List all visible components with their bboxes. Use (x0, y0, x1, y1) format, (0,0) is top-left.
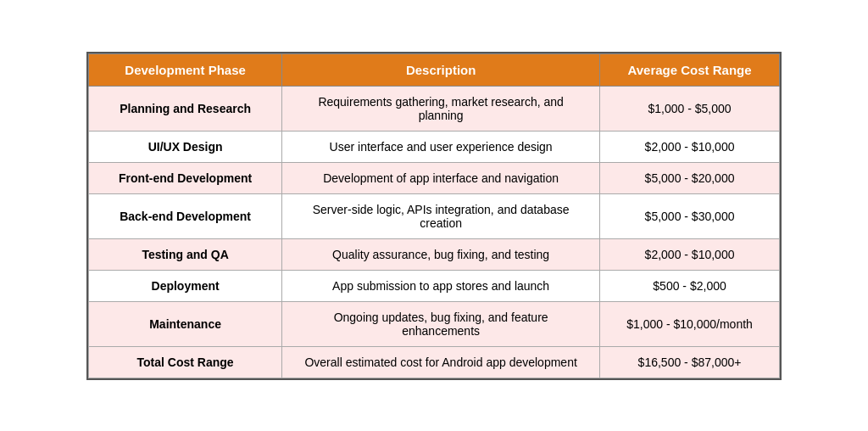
cell-phase: Back-end Development (89, 193, 282, 238)
table-row: Back-end DevelopmentServer-side logic, A… (89, 193, 780, 238)
cell-description: Quality assurance, bug fixing, and testi… (282, 238, 600, 270)
table-row: DeploymentApp submission to app stores a… (89, 270, 780, 301)
cell-phase: Deployment (89, 270, 282, 301)
cell-cost: $5,000 - $20,000 (600, 162, 780, 193)
cell-description: Ongoing updates, bug fixing, and feature… (282, 301, 600, 346)
header-phase: Development Phase (89, 53, 282, 86)
table-row: Total Cost RangeOverall estimated cost f… (89, 346, 780, 378)
cell-cost: $16,500 - $87,000+ (600, 346, 780, 378)
cell-description: Overall estimated cost for Android app d… (282, 346, 600, 378)
cell-cost: $500 - $2,000 (600, 270, 780, 301)
table-row: MaintenanceOngoing updates, bug fixing, … (89, 301, 780, 346)
cell-cost: $1,000 - $5,000 (600, 86, 780, 131)
cell-description: App submission to app stores and launch (282, 270, 600, 301)
table-row: UI/UX DesignUser interface and user expe… (89, 131, 780, 162)
cell-description: Server-side logic, APIs integration, and… (282, 193, 600, 238)
cell-description: Requirements gathering, market research,… (282, 86, 600, 131)
cell-description: Development of app interface and navigat… (282, 162, 600, 193)
cell-phase: UI/UX Design (89, 131, 282, 162)
cost-table: Development Phase Description Average Co… (88, 53, 780, 378)
header-row: Development Phase Description Average Co… (89, 53, 780, 86)
cell-description: User interface and user experience desig… (282, 131, 600, 162)
table-row: Front-end DevelopmentDevelopment of app … (89, 162, 780, 193)
cell-cost: $2,000 - $10,000 (600, 238, 780, 270)
cost-table-wrapper: Development Phase Description Average Co… (86, 52, 782, 380)
cell-phase: Total Cost Range (89, 346, 282, 378)
cell-phase: Maintenance (89, 301, 282, 346)
cell-cost: $1,000 - $10,000/month (600, 301, 780, 346)
cell-cost: $2,000 - $10,000 (600, 131, 780, 162)
cell-cost: $5,000 - $30,000 (600, 193, 780, 238)
header-cost: Average Cost Range (600, 53, 780, 86)
cell-phase: Testing and QA (89, 238, 282, 270)
header-description: Description (282, 53, 600, 86)
cell-phase: Front-end Development (89, 162, 282, 193)
table-row: Testing and QAQuality assurance, bug fix… (89, 238, 780, 270)
table-row: Planning and ResearchRequirements gather… (89, 86, 780, 131)
cell-phase: Planning and Research (89, 86, 282, 131)
